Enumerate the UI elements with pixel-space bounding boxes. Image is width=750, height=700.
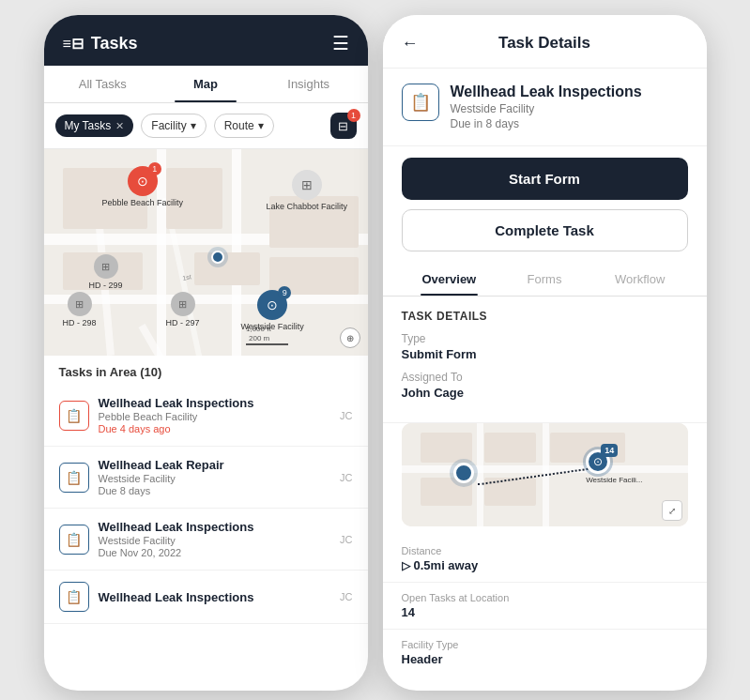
tab-overview[interactable]: Overview — [402, 263, 497, 296]
filter-count-badge: 1 — [347, 109, 360, 122]
map-area[interactable]: 1,000 ft 200 m Hancock St 1st ⊙ 1 Pebble… — [44, 149, 368, 356]
pin-label: HD - 299 — [89, 281, 123, 290]
task-due: Due Nov 20, 2022 — [99, 547, 331, 558]
filter-bar: My Tasks ✕ Facility ▾ Route ▾ ⊟ 1 — [44, 103, 368, 149]
pin-label: Westside Facility — [241, 322, 304, 331]
app-title: Tasks — [91, 34, 138, 53]
route-filter[interactable]: Route ▾ — [214, 114, 274, 138]
facility-label: Facility — [151, 119, 186, 132]
back-button[interactable]: ← — [402, 34, 419, 53]
mini-pin-label: Westside Facili... — [586, 476, 642, 484]
assigned-label: Assigned To — [402, 371, 688, 384]
task-detail-header: 📋 Wellhead Leak Inspections Westside Fac… — [383, 68, 707, 146]
svg-rect-22 — [421, 433, 472, 463]
facility-type-value: Header — [402, 652, 688, 666]
filter-button[interactable]: ⊟ 1 — [330, 113, 357, 139]
task-list: 📋 Wellhead Leak Inspections Pebble Beach… — [44, 385, 368, 624]
type-value: Submit Form — [402, 347, 688, 361]
map-pin-hd298[interactable]: ⊞ HD - 298 — [63, 292, 97, 327]
map-pin-pebble-beach[interactable]: ⊙ 1 Pebble Beach Facility — [102, 166, 184, 207]
task-title: Wellhead Leak Inspections — [99, 520, 331, 534]
type-label: Type — [402, 332, 688, 345]
task-detail-facility: Westside Facility — [451, 102, 642, 115]
task-icon: 📋 — [59, 582, 89, 612]
task-content: Wellhead Leak Inspections — [99, 590, 331, 604]
map-pin-westside[interactable]: ⊙ 9 Westside Facility — [241, 290, 304, 331]
assigned-value: John Cage — [402, 386, 688, 400]
page-title: Task Details — [498, 34, 590, 53]
task-item[interactable]: 📋 Wellhead Leak Inspections Pebble Beach… — [44, 385, 368, 447]
task-icon: 📋 — [59, 525, 89, 555]
open-tasks-value: 14 — [402, 605, 688, 619]
start-form-button[interactable]: Start Form — [402, 158, 688, 200]
svg-text:1st: 1st — [181, 273, 191, 282]
facility-icon: ⊙ — [267, 297, 278, 312]
facility-icon: ⊞ — [301, 177, 313, 192]
close-icon[interactable]: ✕ — [115, 120, 124, 132]
action-buttons: Start Form Complete Task — [383, 146, 707, 263]
task-item[interactable]: 📋 Wellhead Leak Inspections Westside Fac… — [44, 509, 368, 571]
mini-map[interactable]: ⊙ 14 Westside Facili... ⤢ — [402, 423, 688, 526]
svg-rect-20 — [477, 423, 483, 526]
task-item[interactable]: 📋 Wellhead Leak Inspections JC — [44, 571, 368, 624]
detail-tabs: Overview Forms Workflow — [383, 263, 707, 297]
task-assignee: JC — [340, 591, 352, 602]
chevron-down-icon: ▾ — [191, 119, 196, 132]
task-content: Wellhead Leak Inspections Westside Facil… — [99, 520, 331, 558]
pin-label: HD - 298 — [63, 318, 97, 327]
task-detail-icon: 📋 — [402, 84, 439, 121]
hamburger-icon[interactable]: ☰ — [332, 32, 349, 54]
mini-map-pin: ⊙ 14 Westside Facili... — [586, 449, 642, 484]
tab-all-tasks[interactable]: All Tasks — [52, 66, 155, 102]
tasks-filter-icon: ≡⊟ — [63, 35, 84, 53]
tab-insights[interactable]: Insights — [257, 66, 360, 102]
task-facility: Westside Facility — [99, 473, 331, 484]
pin-label: Lake Chabbot Facility — [267, 202, 348, 211]
task-detail-title: Wellhead Leak Inspections — [451, 84, 642, 100]
assigned-field: Assigned To John Cage — [402, 371, 688, 400]
pin-label: Pebble Beach Facility — [102, 198, 184, 207]
open-tasks-section: Open Tasks at Location 14 — [383, 583, 707, 630]
open-tasks-label: Open Tasks at Location — [402, 592, 688, 603]
chevron-down-icon: ▾ — [258, 119, 264, 132]
my-tasks-chip[interactable]: My Tasks ✕ — [55, 114, 134, 137]
task-item[interactable]: 📋 Wellhead Leak Repair Westside Facility… — [44, 447, 368, 509]
navigation-icon: ▷ — [402, 559, 410, 572]
hamburger-icon[interactable]: ☰ — [671, 32, 688, 54]
distance-label: Distance — [402, 545, 688, 556]
map-pin-hd299[interactable]: ⊞ HD - 299 — [89, 254, 123, 290]
facility-icon: ⊙ — [137, 174, 148, 189]
facility-type-label: Facility Type — [402, 639, 688, 650]
map-pin-lake-chabbot[interactable]: ⊞ Lake Chabbot Facility — [267, 170, 348, 211]
task-due: Due 4 days ago — [99, 423, 331, 434]
right-header: ← Task Details ☰ — [383, 15, 707, 68]
task-assignee: JC — [340, 534, 352, 545]
tab-forms[interactable]: Forms — [497, 263, 592, 296]
distance-value: ▷ 0.5mi away — [402, 558, 688, 572]
tabs-bar: All Tasks Map Insights — [44, 66, 368, 103]
app-header: ≡⊟ Tasks — [63, 34, 138, 53]
type-field: Type Submit Form — [402, 332, 688, 361]
tab-map[interactable]: Map — [154, 66, 257, 102]
task-title: Wellhead Leak Inspections — [99, 396, 331, 410]
task-details-section: Task Details Type Submit Form Assigned T… — [383, 297, 707, 423]
complete-task-button[interactable]: Complete Task — [402, 209, 688, 251]
task-title: Wellhead Leak Inspections — [99, 590, 331, 604]
task-content: Wellhead Leak Inspections Pebble Beach F… — [99, 396, 331, 434]
pin-count-badge: 1 — [148, 162, 161, 175]
task-facility: Westside Facility — [99, 535, 331, 546]
task-detail-info: Wellhead Leak Inspections Westside Facil… — [451, 84, 642, 130]
user-location-dot — [211, 251, 224, 264]
tab-workflow[interactable]: Workflow — [592, 263, 688, 296]
map-pin-hd297[interactable]: ⊞ HD - 297 — [166, 292, 200, 327]
expand-map-button[interactable]: ⤢ — [662, 500, 682, 521]
section-title: Task Details — [402, 310, 688, 323]
distance-text: 0.5mi away — [414, 558, 479, 572]
facility-filter[interactable]: Facility ▾ — [141, 114, 206, 138]
task-assignee: JC — [340, 410, 352, 421]
task-icon: 📋 — [59, 401, 89, 431]
pin-label: HD - 297 — [166, 318, 200, 327]
expand-icon: ⤢ — [668, 506, 676, 516]
my-tasks-label: My Tasks — [65, 119, 112, 132]
filter-icon: ⊟ — [338, 119, 348, 133]
